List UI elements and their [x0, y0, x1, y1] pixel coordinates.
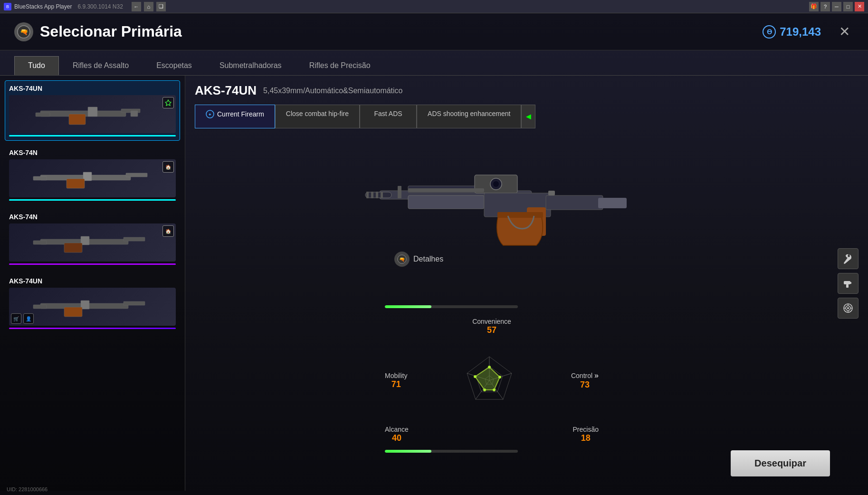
tab-assault[interactable]: Rifles de Assalto	[59, 56, 143, 75]
target-button[interactable]	[838, 298, 858, 319]
gun-badge: 🏠	[162, 161, 174, 173]
stats-area: Convenience 57 Mobility 71	[385, 305, 599, 453]
details-label: Detalhes	[413, 255, 443, 263]
svg-rect-41	[598, 198, 627, 208]
svg-rect-13	[67, 179, 85, 188]
gun-detail-header: AKS-74UN 5,45x39mm/Automático&Semiautomá…	[195, 83, 858, 98]
cart-icon[interactable]: 🛒	[11, 313, 21, 324]
weapon-list: AKS-74UN	[0, 76, 185, 491]
mode-tab-ads-enhancement[interactable]: ADS shooting enhancement	[417, 105, 521, 128]
tab-smg[interactable]: Submetralhadoras	[206, 56, 296, 75]
radar-chart	[417, 345, 561, 416]
progress-fill	[385, 305, 431, 308]
tabs-bar: Tudo Rifles de Assalto Escopetas Submetr…	[0, 50, 868, 76]
app-name: BlueStacks App Player	[14, 3, 72, 10]
duplicate-button[interactable]: ❑	[156, 2, 166, 11]
gun-name: AKS-74N	[9, 149, 176, 156]
stats-progress-bar	[385, 305, 518, 308]
gun-showcase	[195, 136, 858, 269]
details-section: 🔫 Detalhes	[394, 252, 443, 267]
svg-rect-36	[408, 195, 484, 209]
stats-middle: Mobility 71	[385, 345, 599, 416]
bottom-stats: Alcance 40 Precisão 18	[385, 426, 599, 443]
convenience-stat: Convenience 57	[385, 318, 599, 335]
svg-point-58	[493, 388, 496, 391]
svg-text:🔫: 🔫	[20, 28, 29, 36]
gun-detail-name: AKS-74UN	[195, 83, 257, 98]
close-button[interactable]: ✕	[835, 22, 854, 41]
list-item[interactable]: AKS-74UN	[5, 80, 180, 141]
control-arrow: »	[594, 371, 599, 380]
gift-button[interactable]: 🎁	[809, 2, 819, 11]
back-button[interactable]: ←	[132, 2, 141, 11]
gun-thumbnail	[9, 95, 176, 133]
details-icon: 🔫	[394, 252, 410, 267]
svg-rect-10	[33, 176, 47, 180]
control-stat: Control » 73	[571, 371, 599, 390]
svg-rect-11	[126, 173, 147, 177]
gun-name: AKS-74UN	[9, 85, 176, 92]
user-icon[interactable]: 👤	[23, 313, 34, 324]
right-action-buttons	[838, 248, 858, 319]
gun-rarity-bar	[9, 328, 176, 329]
game-area: 🔫 Selecionar Primária Ɵ 719,143 ✕ Tudo R…	[0, 13, 868, 495]
list-item[interactable]: AKS-74N 🏠	[5, 209, 180, 269]
svg-rect-18	[64, 243, 82, 252]
page-title: Selecionar Primária	[40, 23, 763, 40]
svg-rect-29	[371, 192, 373, 198]
svg-point-56	[488, 366, 491, 369]
window-close-button[interactable]: ✕	[855, 2, 864, 11]
mode-tab-arrow[interactable]: ◄	[521, 105, 535, 128]
unequip-button[interactable]: Desequipar	[731, 450, 830, 476]
home-button[interactable]: ⌂	[144, 2, 153, 11]
mode-tab-hipfire[interactable]: Close combat hip-fire	[275, 105, 360, 128]
tab-shotgun[interactable]: Escopetas	[143, 56, 206, 75]
svg-rect-16	[124, 237, 145, 241]
mode-tab-current[interactable]: ✦ Current Firearm	[195, 105, 275, 128]
uid-label: UID: 2281000666	[7, 486, 48, 491]
svg-rect-40	[546, 195, 603, 210]
alcance-stat: Alcance 40	[385, 426, 409, 443]
app-icon: B	[4, 3, 11, 10]
pistol-button[interactable]	[838, 273, 858, 294]
svg-rect-20	[33, 305, 47, 309]
svg-rect-44	[408, 188, 484, 192]
wrench-button[interactable]	[838, 248, 858, 269]
currency-icon: Ɵ	[763, 25, 776, 39]
svg-rect-43	[548, 191, 555, 195]
gun-thumbnail: 🏠	[9, 159, 176, 197]
currency-value: 719,143	[780, 25, 821, 39]
svg-rect-21	[124, 301, 145, 305]
svg-point-60	[474, 375, 477, 378]
currency-display: Ɵ 719,143	[763, 25, 821, 39]
list-item[interactable]: AKS-74N 🏠	[5, 145, 180, 205]
mode-tab-fastads[interactable]: Fast ADS	[360, 105, 417, 128]
svg-rect-39	[497, 212, 543, 218]
svg-rect-3	[36, 113, 50, 116]
mode-tabs-container: ✦ Current Firearm Close combat hip-fire …	[195, 105, 858, 128]
svg-rect-28	[366, 192, 369, 198]
tab-sniper[interactable]: Rifles de Precisão	[296, 56, 384, 75]
list-item[interactable]: AKS-74UN 🛒 👤	[5, 273, 180, 333]
title-bar: B BlueStacks App Player 6.9.300.1014 N32…	[0, 0, 868, 13]
gun-detail-subtitle: 5,45x39mm/Automático&Semiautomático	[263, 87, 402, 95]
help-button[interactable]: ?	[820, 2, 830, 11]
gun-thumbnail: 🏠	[9, 223, 176, 262]
gun-badge	[162, 97, 174, 108]
main-content: AKS-74UN	[0, 76, 868, 491]
bottom-progress-bar	[385, 450, 518, 453]
maximize-button[interactable]: □	[843, 2, 853, 11]
svg-rect-63	[846, 284, 849, 288]
svg-rect-42	[398, 186, 401, 198]
precisao-stat: Precisão 18	[573, 426, 599, 443]
svg-text:✦: ✦	[208, 112, 212, 117]
gun-rarity-bar	[9, 199, 176, 201]
svg-point-35	[493, 181, 499, 187]
svg-point-66	[847, 307, 849, 309]
svg-rect-7	[131, 111, 138, 116]
gun-rarity-bar	[9, 135, 176, 136]
gun-rarity-bar	[9, 263, 176, 265]
svg-point-59	[483, 388, 486, 391]
tab-all[interactable]: Tudo	[14, 56, 59, 75]
minimize-button[interactable]: ─	[832, 2, 841, 11]
